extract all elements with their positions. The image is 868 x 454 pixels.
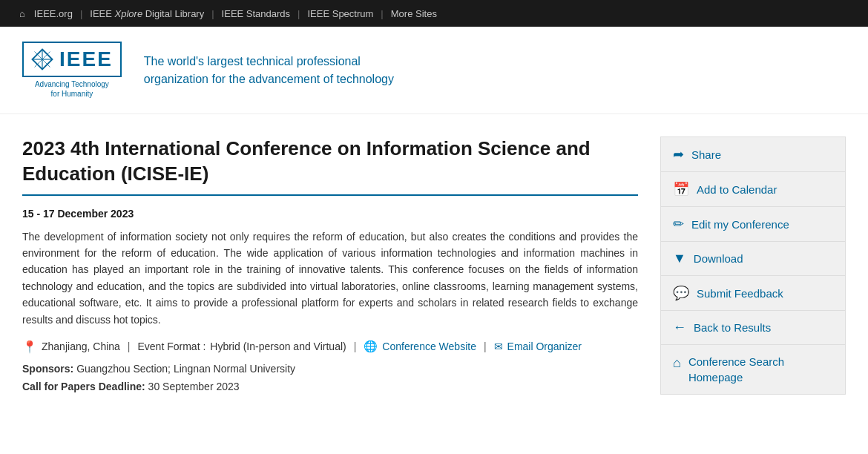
nav-standards[interactable]: IEEE Standards <box>217 8 295 19</box>
conference-location: Zhanjiang, China <box>42 340 120 352</box>
download-icon: ▼ <box>673 251 686 266</box>
edit-icon: ✏ <box>673 216 684 232</box>
ieee-logo-text: IEEE <box>59 47 113 71</box>
sidebar-search-label: Conference Search Homepage <box>688 354 833 385</box>
ieee-logo: IEEE Advancing Technology for Humanity <box>22 42 122 99</box>
sidebar-download-label: Download <box>694 252 743 265</box>
location-sep3: | <box>484 340 487 352</box>
sidebar-back-label: Back to Results <box>694 321 771 334</box>
sidebar-add-to-calendar[interactable]: 📅 Add to Calendar <box>661 172 845 207</box>
sidebar-calendar-label: Add to Calendar <box>697 183 777 196</box>
ieee-diamond-icon <box>31 48 53 70</box>
email-organizer-link[interactable]: Email Organizer <box>507 340 582 352</box>
sidebar-feedback-label: Submit Feedback <box>697 287 783 300</box>
title-divider <box>22 194 638 196</box>
globe-icon: 🌐 <box>364 340 378 353</box>
header-description: The world's largest technical profession… <box>144 53 394 88</box>
cfp-value: 30 September 2023 <box>148 381 240 392</box>
calendar-icon: 📅 <box>673 181 689 197</box>
content-area: 2023 4th International Conference on Inf… <box>22 136 638 398</box>
sidebar-submit-feedback[interactable]: 💬 Submit Feedback <box>661 276 845 311</box>
sponsors-label: Sponsors: <box>22 363 73 375</box>
nav-more-sites[interactable]: More Sites <box>387 8 441 19</box>
sep1: | <box>77 8 85 19</box>
location-row: 📍 Zhanjiang, China | Event Format : Hybr… <box>22 340 638 354</box>
sidebar-edit-conference[interactable]: ✏ Edit my Conference <box>661 207 845 242</box>
email-icon: ✉ <box>494 340 503 352</box>
event-format-value: Hybrid (In-person and Virtual) <box>210 340 346 352</box>
sep3: | <box>295 8 303 19</box>
conference-website-link[interactable]: Conference Website <box>382 340 476 352</box>
conference-description: The development of information society n… <box>22 228 638 328</box>
location-pin-icon: 📍 <box>22 340 37 354</box>
cfp-row: Call for Papers Deadline: 30 September 2… <box>22 381 638 392</box>
cfp-label: Call for Papers Deadline: <box>22 381 145 392</box>
location-sep1: | <box>128 340 131 352</box>
nav-xplore[interactable]: IEEE Xplore Digital Library <box>85 8 208 19</box>
sidebar-back-to-results[interactable]: ← Back to Results <box>661 311 845 345</box>
conference-dates: 15 - 17 December 2023 <box>22 208 638 220</box>
nav-spectrum[interactable]: IEEE Spectrum <box>303 8 378 19</box>
sep2: | <box>208 8 217 19</box>
sidebar-edit-label: Edit my Conference <box>691 218 789 231</box>
sidebar-share-label: Share <box>691 148 721 161</box>
home-icon: ⌂ <box>673 355 681 371</box>
sidebar-conference-search[interactable]: ⌂ Conference Search Homepage <box>661 345 845 394</box>
sponsors-value: Guangzhou Section; Lingnan Normal Univer… <box>76 363 295 375</box>
ieee-tagline: Advancing Technology for Humanity <box>35 79 109 99</box>
top-nav: ⌂ IEEE.org | IEEE Xplore Digital Library… <box>0 0 868 27</box>
location-sep2: | <box>354 340 357 352</box>
main-container: 2023 4th International Conference on Inf… <box>0 114 868 421</box>
sep4: | <box>378 8 386 19</box>
sidebar-download[interactable]: ▼ Download <box>661 242 845 276</box>
conference-title: 2023 4th International Conference on Inf… <box>22 136 638 187</box>
sidebar: ➦ Share 📅 Add to Calendar ✏ Edit my Conf… <box>660 136 846 395</box>
home-icon: ⌂ <box>15 8 30 19</box>
site-header: IEEE Advancing Technology for Humanity T… <box>0 27 868 114</box>
sidebar-share[interactable]: ➦ Share <box>661 137 845 172</box>
feedback-icon: 💬 <box>673 285 689 301</box>
nav-ieee-org[interactable]: IEEE.org <box>30 8 77 19</box>
share-icon: ➦ <box>673 146 684 162</box>
sponsors-row: Sponsors: Guangzhou Section; Lingnan Nor… <box>22 363 638 375</box>
back-icon: ← <box>673 320 686 335</box>
event-format-label: Event Format : <box>138 340 206 352</box>
